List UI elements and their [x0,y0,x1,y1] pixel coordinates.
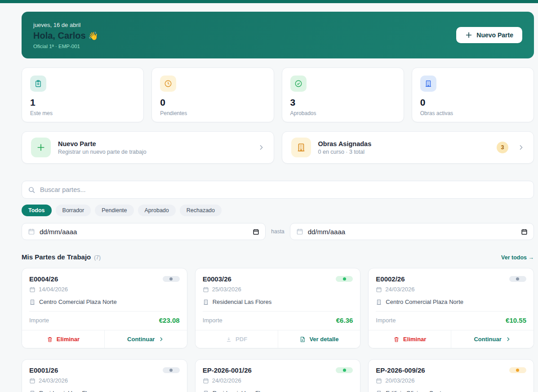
quick-action-nuevo-parte[interactable]: Nuevo Parte Registrar un nuevo parte de … [22,131,274,164]
calendar-icon [29,378,36,384]
parte-importe-row: Importe €10.55 [376,316,526,324]
parte-card[interactable]: E0002/26 24/03/2026 Centro Comercial Pla… [368,268,534,348]
stat-pendientes: 0 Pendientes [151,67,274,122]
welcome-text: jueves, 16 de abril Hola, Carlos 👋 Ofici… [33,22,98,49]
parte-code: E0002/26 [376,275,405,283]
status-badge [163,276,180,282]
greeting: Hola, Carlos 👋 [33,31,98,41]
calendar-icon [296,228,303,235]
status-badge [336,367,353,373]
status-badge [163,367,180,373]
parte-obra: Residencial Las Flores [203,298,353,312]
importe-value: €10.55 [506,316,526,324]
parte-importe-row: Importe €6.36 [203,316,353,324]
eliminar-button[interactable]: Eliminar [369,330,451,348]
check-circle-icon [290,76,307,92]
importe-value: €23.08 [159,316,180,324]
date-to-input[interactable]: dd/mm/aaaa [290,223,534,240]
parte-date: 24/02/2026 [203,377,353,384]
parte-card[interactable]: E0001/26 24/03/2026 Residencial Las Flor… [22,359,187,392]
calendar-icon [203,286,209,293]
hasta-label: hasta [271,228,284,235]
parte-date: 20/03/2026 [376,377,526,384]
stat-value: 1 [30,97,135,108]
parte-obra: Edificio Oficinas Centro [376,390,526,392]
partes-section-header: Mis Partes de Trabajo (7) Ver todos → [22,253,534,261]
plus-icon [465,31,472,39]
parte-obra: Centro Comercial Plaza Norte [376,298,526,312]
chevron-right-icon [505,336,511,342]
ver-detalle-button[interactable]: Ver detalle [278,330,360,348]
building-icon [29,390,36,392]
plus-icon [31,138,51,157]
stat-value: 0 [160,97,265,108]
building-icon [376,299,382,305]
stat-value: 3 [290,97,396,108]
building-icon [203,390,209,392]
building-icon [376,390,382,392]
building-icon [203,299,209,305]
status-filter-chips: Todos Borrador Pendiente Aprobado Rechaz… [22,205,534,216]
pdf-button[interactable]: PDF [196,330,278,348]
date-from-input[interactable]: dd/mm/aaaa [22,223,266,240]
stats-row: 1 Este mes 0 Pendientes 3 Aprobados 0 Ob… [22,67,534,122]
building-icon [29,299,36,305]
importe-value: €6.36 [336,316,353,324]
search-bar [22,181,534,199]
date-range-filter: dd/mm/aaaa hasta dd/mm/aaaa [22,223,534,240]
building-icon [420,76,436,92]
chip-pendiente[interactable]: Pendiente [95,205,133,216]
status-badge [509,367,526,373]
quick-action-obras-asignadas[interactable]: Obras Asignadas 0 en curso · 3 total 3 [282,131,534,164]
parte-date: 25/03/2026 [203,286,353,293]
partes-grid: E0004/26 14/04/2026 Centro Comercial Pla… [22,268,534,392]
continuar-button[interactable]: Continuar [104,330,187,348]
continuar-button[interactable]: Continuar [451,330,534,348]
download-icon [226,336,232,343]
parte-importe-row: Importe €23.08 [29,316,180,324]
calendar-icon [203,378,209,384]
datepicker-icon[interactable] [253,228,259,235]
trash-icon [393,336,400,343]
chevron-right-icon [158,336,164,342]
parte-code: EP-2026-001/26 [203,366,252,374]
chip-aprobado[interactable]: Aprobado [138,205,176,216]
parte-obra: Residencial Las Flores [29,390,180,392]
chip-todos[interactable]: Todos [22,205,52,216]
document-icon [299,336,306,343]
parte-card[interactable]: EP-2026-001/26 24/02/2026 Residencial La… [195,359,361,392]
wave-emoji-icon: 👋 [88,31,98,40]
parte-card[interactable]: E0003/26 25/03/2026 Residencial Las Flor… [195,268,361,348]
obras-count-badge: 3 [497,142,508,153]
calendar-icon [28,228,35,235]
welcome-banner: jueves, 16 de abril Hola, Carlos 👋 Ofici… [22,12,534,58]
parte-code: E0003/26 [203,275,231,283]
search-icon [28,186,36,194]
parte-card[interactable]: EP-2026-009/26 20/03/2026 Edificio Ofici… [368,359,534,392]
top-accent-bar [0,0,538,3]
calendar-icon [376,286,382,293]
eliminar-button[interactable]: Eliminar [22,330,104,348]
nuevo-parte-button[interactable]: Nuevo Parte [456,27,522,43]
view-all-link[interactable]: Ver todos → [501,254,534,261]
action-text: Nuevo Parte Registrar un nuevo parte de … [58,140,250,155]
chip-borrador[interactable]: Borrador [56,205,91,216]
chip-rechazado[interactable]: Rechazado [180,205,222,216]
trash-icon [47,336,53,343]
action-text: Obras Asignadas 0 en curso · 3 total [318,140,490,155]
parte-code: E0004/26 [29,275,58,283]
parte-card[interactable]: E0004/26 14/04/2026 Centro Comercial Pla… [22,268,187,348]
chevron-right-icon [517,144,525,151]
stat-label: Aprobados [290,110,396,116]
chevron-right-icon [258,144,265,151]
stat-label: Obras activas [420,110,525,116]
search-input[interactable] [40,186,528,193]
stat-value: 0 [420,97,525,108]
calendar-icon [376,378,382,384]
clipboard-icon [30,76,46,92]
parte-obra: Residencial Las Flores [203,390,353,392]
parte-date: 24/03/2026 [376,286,526,293]
parte-code: E0001/26 [29,366,58,374]
datepicker-icon[interactable] [521,228,528,235]
parte-date: 24/03/2026 [29,377,180,384]
